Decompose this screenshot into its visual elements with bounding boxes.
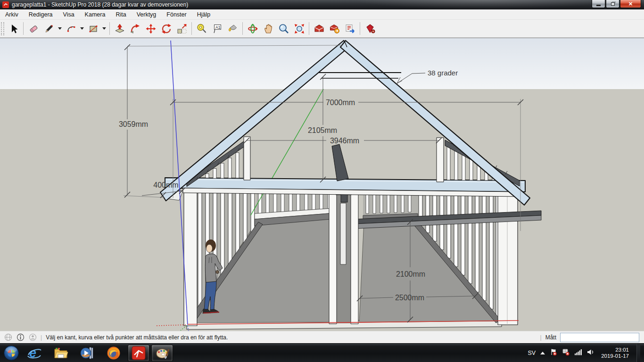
zoom-tool-button[interactable] [276,21,291,36]
3d-warehouse-button[interactable] [311,21,327,36]
rectangle-icon [88,24,99,34]
sketchup-app-icon [2,1,9,8]
system-tray: SV [528,344,644,362]
action-center-icon[interactable] [550,348,557,358]
line-tool-dropdown[interactable] [57,21,63,36]
minimize-button[interactable] [592,0,605,8]
taskbar-media-player[interactable] [75,344,99,362]
menu-redigera[interactable]: Redigera [24,9,58,20]
language-indicator[interactable]: SV [528,350,536,356]
dim-opening-height[interactable]: 2100mm [396,270,425,278]
update-status-icon[interactable] [562,348,570,358]
menu-hjalp[interactable]: Hjälp [192,9,216,20]
rectangle-tool-dropdown[interactable] [101,21,107,36]
chevron-down-icon [80,27,84,30]
show-hidden-icons-button[interactable] [540,352,545,354]
paint-bucket-icon [227,23,239,34]
paint-bucket-tool-button[interactable] [225,21,240,36]
rotate-tool-button[interactable] [158,21,174,36]
zoom-extents-tool-button[interactable] [291,21,307,36]
dim-truss-height[interactable]: 2105mm [308,126,337,134]
dim-eave-overhang[interactable]: 400mm [153,181,178,189]
center-partition [329,190,358,324]
ruby-gem-icon [364,23,376,34]
pencil-icon [44,24,54,34]
firefox-icon [106,346,121,361]
push-pull-icon [114,23,125,34]
text-tool-icon: A1 [212,23,223,34]
select-tool-button[interactable] [6,21,21,36]
rotate-icon [161,23,172,34]
measurement-input[interactable] [560,333,639,342]
front-left-corner-post [184,190,197,326]
text-tool-button[interactable]: A1 [209,21,225,36]
model-viewport[interactable]: 3059mm 7000mm 2105mm 3946mm 400mm 2100mm… [0,38,644,331]
folder-icon [53,346,68,361]
gable-post-left [244,137,250,180]
network-icon[interactable] [575,349,582,357]
pan-hand-icon [263,23,274,34]
help-info-icon[interactable] [17,333,25,341]
push-pull-tool-button[interactable] [112,21,127,36]
geolocation-icon[interactable] [4,333,12,341]
pan-tool-button[interactable] [260,21,276,36]
menu-kamera[interactable]: Kamera [80,9,111,20]
menu-fonster[interactable]: Fönster [161,9,191,20]
menu-visa[interactable]: Visa [58,9,80,20]
share-model-icon [345,23,356,34]
close-button[interactable]: ✕ [620,0,641,8]
user-account-icon[interactable] [29,333,37,341]
dim-inner-width[interactable]: 3946mm [330,137,359,145]
start-button[interactable] [2,344,20,362]
taskbar-clock[interactable]: 23:01 2019-01-17 [601,347,629,359]
media-player-icon [80,346,95,361]
dim-left-height[interactable]: 3059mm [119,120,148,128]
dim-total-width[interactable]: 7000mm [326,99,355,107]
extension-warehouse-button[interactable] [327,21,342,36]
follow-me-icon [130,23,141,34]
title-bar[interactable]: garageplatta1 - SketchUp Pro 2018 (28 da… [0,0,644,9]
dim-opening-width[interactable]: 2500mm [395,294,424,302]
roof-angle-label[interactable]: 38 grader [428,69,458,77]
menu-verktyg[interactable]: Verktyg [132,9,162,20]
taskbar-firefox[interactable] [101,344,126,362]
restore-button[interactable] [606,0,619,8]
3d-warehouse-icon [314,23,325,34]
taskbar-windows-explorer[interactable] [49,344,73,362]
close-icon: ✕ [628,1,633,7]
orbit-tool-button[interactable] [245,21,260,36]
menu-arkiv[interactable]: Arkiv [0,9,24,20]
taskbar-sketchup[interactable] [128,345,149,362]
zoom-icon [278,23,289,34]
menu-rita[interactable]: Rita [110,9,131,20]
scale-tool-button[interactable] [174,21,190,36]
move-tool-button[interactable] [143,21,158,36]
chevron-down-icon [102,27,106,30]
sketchup-window: garageplatta1 - SketchUp Pro 2018 (28 da… [0,0,644,362]
status-divider: | [540,334,542,341]
window-title: garageplatta1 - SketchUp Pro 2018 (28 da… [12,1,188,8]
line-tool-button[interactable] [41,21,57,36]
front-right-corner-post [498,190,518,325]
svg-text:A1: A1 [215,25,221,29]
arc-tool-button[interactable] [63,21,79,36]
ruby-tools-button[interactable] [362,21,378,36]
taskbar-internet-explorer[interactable]: e [22,344,47,362]
taskbar-paint[interactable] [151,345,173,362]
volume-icon[interactable] [587,349,594,357]
arc-tool-dropdown[interactable] [79,21,85,36]
gable-post-right [437,138,444,182]
restore-icon [611,2,615,6]
tape-measure-tool-button[interactable] [194,21,209,36]
show-desktop-button[interactable] [636,344,640,362]
status-message: Välj en kant, kurva eller två punkter at… [46,334,228,341]
toolbar-drag-handle[interactable] [1,22,4,35]
eraser-tool-button[interactable] [25,21,41,36]
tape-measure-icon [196,23,207,34]
clock-time: 23:01 [601,347,629,353]
follow-me-tool-button[interactable] [127,21,143,36]
rectangle-tool-button[interactable] [85,21,101,36]
scale-icon [176,23,188,34]
windows-orb-icon [3,345,19,361]
share-model-button[interactable] [342,21,358,36]
